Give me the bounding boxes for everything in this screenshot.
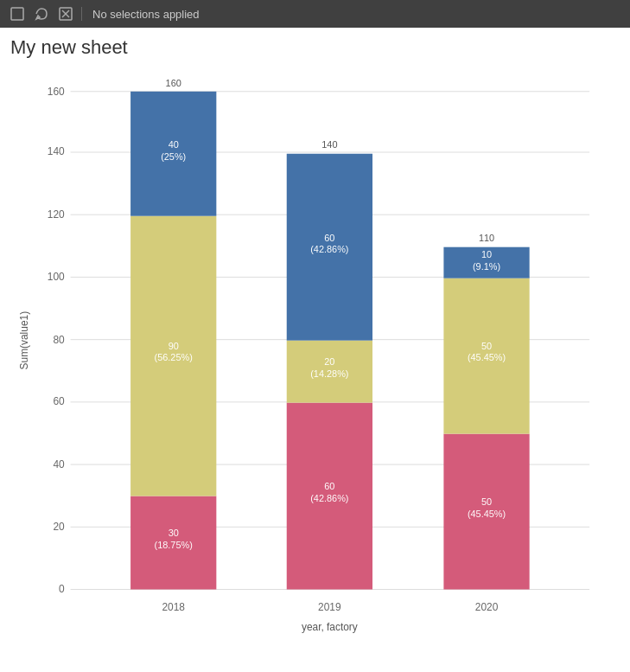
svg-text:Sum(value1): Sum(value1) (18, 311, 30, 370)
svg-text:(56.25%): (56.25%) (155, 352, 193, 362)
lasso-icon[interactable] (33, 5, 50, 22)
svg-text:2020: 2020 (475, 601, 499, 613)
svg-text:(25%): (25%) (161, 151, 186, 162)
svg-text:30: 30 (169, 528, 179, 538)
chart-area: .axis-label { font-family: Arial, sans-s… (10, 66, 620, 650)
svg-text:140: 140 (48, 145, 65, 157)
svg-text:60: 60 (53, 395, 65, 407)
svg-text:20: 20 (324, 356, 334, 367)
svg-text:40: 40 (53, 458, 65, 470)
svg-text:(9.1%): (9.1%) (473, 261, 500, 272)
svg-text:60: 60 (324, 233, 334, 243)
svg-text:140: 140 (321, 139, 337, 150)
sheet-container: My new sheet .axis-label { font-family: … (0, 28, 630, 672)
select-icon[interactable] (9, 5, 26, 22)
svg-rect-0 (11, 8, 23, 20)
svg-text:100: 100 (48, 271, 65, 283)
svg-text:(45.45%): (45.45%) (468, 509, 506, 519)
svg-text:60: 60 (324, 481, 334, 491)
svg-text:2018: 2018 (162, 601, 185, 613)
separator (81, 7, 82, 21)
svg-text:(14.28%): (14.28%) (310, 368, 348, 379)
no-selections-label: No selections applied (92, 8, 200, 21)
svg-text:2019: 2019 (318, 601, 341, 613)
svg-text:80: 80 (53, 334, 65, 346)
top-bar: No selections applied (0, 0, 630, 28)
svg-text:(42.86%): (42.86%) (310, 244, 348, 254)
svg-text:20: 20 (53, 521, 65, 533)
svg-text:(45.45%): (45.45%) (468, 352, 506, 362)
svg-text:90: 90 (169, 341, 179, 351)
sheet-title: My new sheet (10, 36, 620, 59)
svg-text:50: 50 (481, 341, 492, 351)
svg-text:year, factory: year, factory (302, 621, 358, 633)
svg-text:40: 40 (169, 139, 179, 150)
svg-text:110: 110 (479, 233, 494, 243)
svg-text:0: 0 (59, 583, 65, 595)
chart-svg: .axis-label { font-family: Arial, sans-s… (10, 66, 620, 650)
svg-text:120: 120 (48, 208, 65, 221)
svg-text:(18.75%): (18.75%) (155, 540, 193, 550)
svg-text:160: 160 (166, 78, 181, 88)
svg-text:(42.86%): (42.86%) (310, 493, 348, 503)
svg-text:50: 50 (481, 496, 492, 507)
clear-icon[interactable] (57, 5, 74, 22)
svg-text:160: 160 (48, 86, 65, 98)
svg-text:10: 10 (481, 249, 492, 259)
